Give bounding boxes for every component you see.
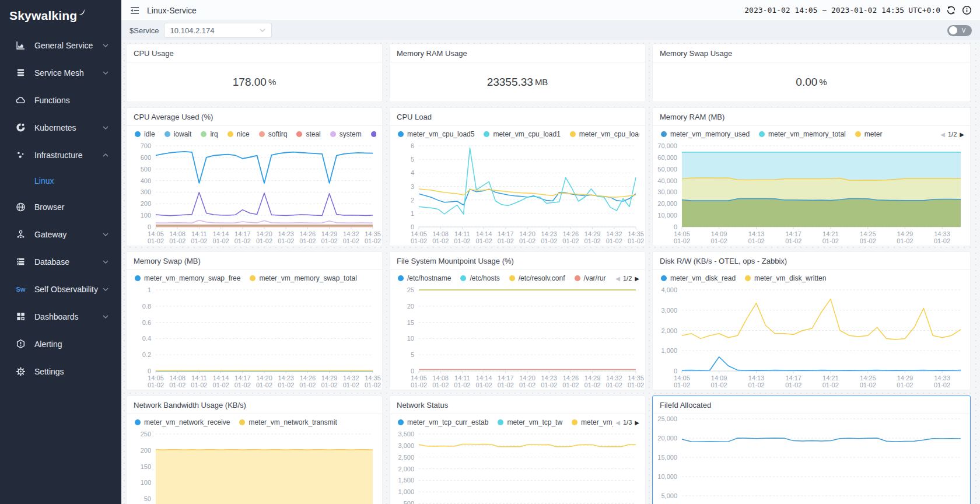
svg-text:01-02: 01-02	[860, 382, 876, 388]
sidebar-item-label: Database	[34, 257, 103, 267]
svg-text:01-02: 01-02	[541, 237, 557, 244]
legend-dot-icon	[164, 131, 170, 137]
svg-text:14:23: 14:23	[541, 230, 557, 237]
legend-item-meter-vm-cpu-load1[interactable]: meter_vm_cpu_load1	[484, 130, 560, 138]
legend-item-var-rur[interactable]: /var/rur	[575, 274, 606, 282]
legend-item-meter-vm-memory-swap-total[interactable]: meter_vm_memory_swap_total	[250, 274, 356, 282]
chart-canvas: 25,00020,00015,00010,0005,000014:0501-02…	[653, 414, 970, 504]
sidebar-item-browser[interactable]: Browser	[0, 193, 121, 220]
sidebar-item-infrastructure[interactable]: Infrastructure	[0, 141, 121, 169]
legend-item-meter-vm-cpu-load5[interactable]: meter_vm_cpu_load5	[398, 130, 474, 138]
sidebar-item-settings[interactable]: Settings	[0, 358, 121, 385]
svg-text:01-02: 01-02	[411, 237, 427, 244]
legend-item-etc-resolv-conf[interactable]: /etc/resolv.conf	[509, 274, 565, 282]
legend-item-user[interactable]: user	[371, 130, 376, 138]
legend-item-meter-vm-network-receive[interactable]: meter_vm_network_receive	[135, 418, 230, 426]
legend-item-irq[interactable]: irq	[201, 130, 218, 138]
stat-body: 178.00%	[127, 62, 382, 102]
info-icon[interactable]	[962, 5, 972, 15]
sidebar-item-functions[interactable]: Functions	[0, 86, 121, 114]
card-network-bandwidth-usage-kb-s: Network Bandwidth Usage (KB/s)meter_vm_n…	[126, 396, 383, 504]
svg-text:2,000: 2,000	[398, 466, 414, 473]
svg-text:01-02: 01-02	[411, 382, 427, 388]
service-select[interactable]: 10.104.2.174	[164, 23, 272, 38]
sidebar-item-general-service[interactable]: General Service	[0, 32, 121, 59]
svg-text:0: 0	[411, 368, 414, 374]
card-network-status: Network Statusmeter_vm_tcp_curr_estabmet…	[389, 396, 646, 504]
legend-dot-icon	[228, 131, 233, 137]
legend-next-icon[interactable]: ▶	[960, 131, 964, 138]
sidebar-item-self-observability[interactable]: SwSelf Observability	[0, 275, 121, 303]
svg-text:40,000: 40,000	[657, 177, 677, 184]
svg-text:4,000: 4,000	[661, 286, 677, 293]
svg-text:14:17: 14:17	[785, 230, 802, 237]
sidebar-item-alerting[interactable]: Alerting	[0, 330, 121, 358]
sidebar-collapse-icon[interactable]	[130, 5, 140, 16]
svg-text:14:08: 14:08	[432, 230, 449, 237]
legend-item-meter-vm-disk-read[interactable]: meter_vm_disk_read	[661, 274, 736, 282]
time-range-picker[interactable]: 2023-01-02 14:05 ~ 2023-01-02 14:35	[744, 6, 904, 15]
app-logo: Skywalking	[0, 0, 121, 32]
legend-item-steal[interactable]: steal	[296, 130, 320, 138]
svg-text:14:20: 14:20	[256, 230, 272, 237]
svg-text:01-02: 01-02	[321, 382, 338, 388]
legend-item-system[interactable]: system	[330, 130, 362, 138]
chart-plot: 10.80.60.40.2014:0501-0214:0801-0214:110…	[127, 285, 382, 390]
sidebar-item-kubernetes[interactable]: Kubernetes	[0, 114, 121, 141]
legend-item-meter[interactable]: meter	[855, 130, 883, 138]
legend-label: /var/rur	[584, 274, 606, 282]
chevron-up-icon	[103, 153, 108, 157]
chevron-down-icon	[103, 288, 108, 291]
legend-item-meter-vm-memory-swap-free[interactable]: meter_vm_memory_swap_free	[135, 274, 240, 282]
svg-text:3,500: 3,500	[398, 430, 414, 438]
svg-text:400: 400	[141, 177, 151, 184]
sidebar-item-linux[interactable]: Linux	[0, 169, 121, 193]
legend-item-softirq[interactable]: softirq	[259, 130, 288, 138]
chart-canvas: 700600500400300200100014:0501-0214:0801-…	[127, 141, 382, 246]
legend-item-meter-vm-memory-used[interactable]: meter_vm_memory_used	[661, 130, 750, 138]
toggle-knob	[949, 26, 957, 34]
legend-item-meter-vm-memory-total[interactable]: meter_vm_memory_total	[759, 130, 846, 138]
chart-plot: 700600500400300200100014:0501-0214:0801-…	[127, 141, 382, 246]
legend-next-icon[interactable]: ▶	[635, 275, 639, 282]
legend-item-etc-hosts[interactable]: /etc/hosts	[460, 274, 499, 282]
sidebar-item-service-mesh[interactable]: Service Mesh	[0, 59, 121, 86]
svg-text:50,000: 50,000	[657, 166, 677, 173]
legend-item-meter-vm-tcp-curr-estab[interactable]: meter_vm_tcp_curr_estab	[398, 418, 488, 426]
sidebar-item-gateway[interactable]: Gateway	[0, 220, 121, 248]
view-mode-toggle[interactable]: V	[947, 25, 972, 36]
bar-chart-icon	[16, 40, 26, 50]
svg-text:3: 3	[411, 183, 414, 190]
svg-text:14:05: 14:05	[674, 374, 690, 382]
svg-text:14:09: 14:09	[711, 230, 727, 237]
svg-text:14:08: 14:08	[169, 374, 186, 382]
legend-item-etc-hostname[interactable]: /etc/hostname	[398, 274, 451, 282]
sidebar-item-dashboards[interactable]: Dashboards	[0, 303, 121, 330]
legend-prev-icon[interactable]: ◀	[615, 419, 620, 426]
sidebar-item-database[interactable]: Database	[0, 248, 121, 275]
card-title: Memory RAM (MB)	[653, 108, 970, 126]
sidebar-item-label: Dashboards	[34, 312, 103, 321]
dashboard: CPU Usage178.00%Memory RAM Usage23355.33…	[121, 40, 980, 504]
svg-text:0: 0	[148, 223, 151, 230]
card-file-system-mountpoint-usage: File System Mountpoint Usage (%)/etc/hos…	[389, 251, 646, 390]
legend-item-meter-vm-cpu-load15[interactable]: meter_vm_cpu_load15	[570, 130, 639, 138]
svg-text:500: 500	[141, 166, 151, 173]
card-title: Disk R/W (KB/s - OTEL, ops - Zabbix)	[653, 252, 970, 270]
legend-prev-icon[interactable]: ◀	[615, 275, 620, 282]
legend-item-meter-vm-disk-written[interactable]: meter_vm_disk_written	[745, 274, 826, 282]
card-memory-ram-mb: Memory RAM (MB)meter_vm_memory_usedmeter…	[652, 107, 971, 246]
legend-item-idle[interactable]: idle	[135, 130, 155, 138]
refresh-icon[interactable]	[946, 5, 956, 15]
legend-prev-icon[interactable]: ◀	[940, 131, 945, 138]
svg-text:2,000: 2,000	[661, 327, 677, 334]
legend-next-icon[interactable]: ▶	[635, 419, 639, 426]
svg-text:01-02: 01-02	[432, 237, 449, 244]
svg-text:20: 20	[407, 303, 414, 310]
legend-item-nice[interactable]: nice	[228, 130, 250, 138]
svg-text:14:14: 14:14	[476, 230, 492, 237]
legend-item-iowait[interactable]: iowait	[164, 130, 192, 138]
legend-item-meter-vm-network-transmit[interactable]: meter_vm_network_transmit	[239, 418, 337, 426]
legend-item-meter-vm-tcp-tw[interactable]: meter_vm_tcp_tw	[498, 418, 562, 426]
legend-item-meter-vm-t[interactable]: meter_vm_t	[572, 418, 613, 426]
